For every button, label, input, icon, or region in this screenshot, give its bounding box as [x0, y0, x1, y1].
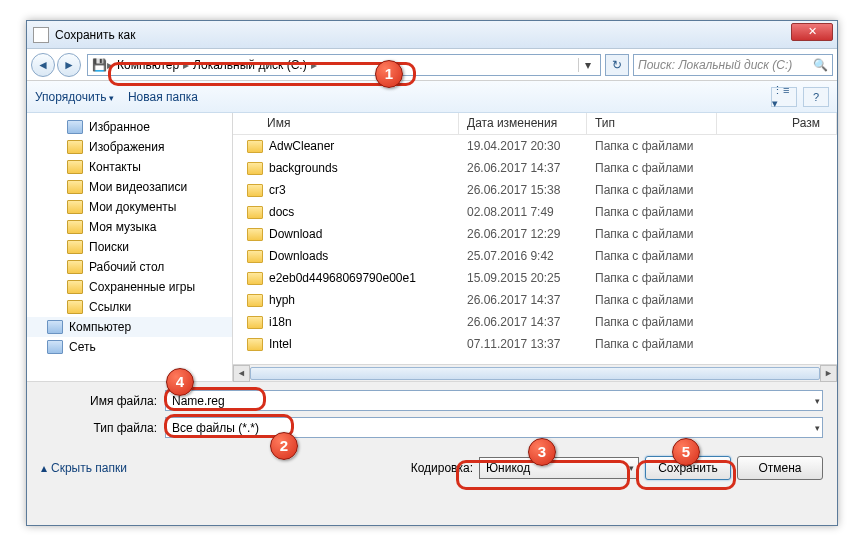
- folder-icon: [247, 162, 263, 175]
- folder-icon: [247, 294, 263, 307]
- special-icon: [67, 120, 83, 134]
- sidebar: ИзбранноеИзображенияКонтактыМои видеозап…: [27, 113, 233, 381]
- column-headers: Имя Дата изменения Тип Разм: [233, 113, 837, 135]
- new-folder-button[interactable]: Новая папка: [128, 90, 198, 104]
- encoding-select[interactable]: Юникод ▾: [479, 457, 639, 479]
- search-input[interactable]: Поиск: Локальный диск (C:) 🔍: [633, 54, 833, 76]
- sidebar-item[interactable]: Поиски: [27, 237, 232, 257]
- special-icon: [47, 340, 63, 354]
- forward-button[interactable]: ►: [57, 53, 81, 77]
- breadcrumb-computer[interactable]: Компьютер: [113, 58, 183, 72]
- table-row[interactable]: Download26.06.2017 12:29Папка с файлами: [233, 223, 837, 245]
- folder-icon: [247, 272, 263, 285]
- sidebar-item[interactable]: Сохраненные игры: [27, 277, 232, 297]
- table-row[interactable]: cr326.06.2017 15:38Папка с файлами: [233, 179, 837, 201]
- sidebar-item[interactable]: Избранное: [27, 117, 232, 137]
- folder-icon: [67, 300, 83, 314]
- organize-button[interactable]: Упорядочить: [35, 90, 114, 104]
- col-type[interactable]: Тип: [587, 113, 717, 134]
- filename-input[interactable]: Name.reg ▾: [165, 390, 823, 411]
- sidebar-item-label: Мои видеозаписи: [89, 180, 187, 194]
- file-name: Download: [269, 227, 322, 241]
- horizontal-scrollbar[interactable]: ◄ ►: [233, 364, 837, 381]
- folder-icon: [67, 200, 83, 214]
- titlebar[interactable]: Сохранить как ✕: [27, 21, 837, 49]
- table-row[interactable]: Intel07.11.2017 13:37Папка с файлами: [233, 333, 837, 355]
- file-date: 25.07.2016 9:42: [459, 249, 587, 263]
- col-size[interactable]: Разм: [717, 113, 837, 134]
- file-date: 15.09.2015 20:25: [459, 271, 587, 285]
- sidebar-item-label: Компьютер: [69, 320, 131, 334]
- sidebar-item[interactable]: Рабочий стол: [27, 257, 232, 277]
- file-type: Папка с файлами: [587, 139, 717, 153]
- search-placeholder: Поиск: Локальный диск (C:): [638, 58, 792, 72]
- file-type: Папка с файлами: [587, 161, 717, 175]
- back-button[interactable]: ◄: [31, 53, 55, 77]
- col-date[interactable]: Дата изменения: [459, 113, 587, 134]
- cancel-button[interactable]: Отмена: [737, 456, 823, 480]
- chevron-down-icon[interactable]: ▾: [815, 396, 820, 406]
- table-row[interactable]: i18n26.06.2017 14:37Папка с файлами: [233, 311, 837, 333]
- chevron-down-icon[interactable]: ▾: [815, 423, 820, 433]
- breadcrumb-drive[interactable]: Локальный диск (C:): [189, 58, 311, 72]
- help-button[interactable]: ?: [803, 87, 829, 107]
- filetype-select[interactable]: Все файлы (*.*) ▾: [165, 417, 823, 438]
- save-button[interactable]: Сохранить: [645, 456, 731, 480]
- file-date: 02.08.2011 7:49: [459, 205, 587, 219]
- file-date: 26.06.2017 15:38: [459, 183, 587, 197]
- address-dropdown-icon[interactable]: ▾: [578, 58, 596, 72]
- address-bar[interactable]: 💾 ▸ Компьютер ▸ Локальный диск (C:) ▸ ▾: [87, 54, 601, 76]
- navbar: ◄ ► 💾 ▸ Компьютер ▸ Локальный диск (C:) …: [27, 49, 837, 81]
- folder-icon: [247, 184, 263, 197]
- file-list[interactable]: AdwCleaner19.04.2017 20:30Папка с файлам…: [233, 135, 837, 364]
- folder-icon: [247, 140, 263, 153]
- hide-folders-link[interactable]: ▴ Скрыть папки: [41, 461, 127, 475]
- folder-icon: [247, 338, 263, 351]
- sidebar-item[interactable]: Изображения: [27, 137, 232, 157]
- sidebar-item-label: Ссылки: [89, 300, 131, 314]
- table-row[interactable]: Downloads25.07.2016 9:42Папка с файлами: [233, 245, 837, 267]
- table-row[interactable]: AdwCleaner19.04.2017 20:30Папка с файлам…: [233, 135, 837, 157]
- sidebar-item-label: Контакты: [89, 160, 141, 174]
- table-row[interactable]: hyph26.06.2017 14:37Папка с файлами: [233, 289, 837, 311]
- sidebar-item[interactable]: Сеть: [27, 337, 232, 357]
- file-type: Папка с файлами: [587, 271, 717, 285]
- folder-icon: [247, 316, 263, 329]
- folder-icon: [67, 180, 83, 194]
- table-row[interactable]: backgrounds26.06.2017 14:37Папка с файла…: [233, 157, 837, 179]
- file-date: 19.04.2017 20:30: [459, 139, 587, 153]
- close-button[interactable]: ✕: [791, 23, 833, 41]
- sidebar-item[interactable]: Компьютер: [27, 317, 232, 337]
- folder-icon: [67, 140, 83, 154]
- sidebar-item[interactable]: Мои документы: [27, 197, 232, 217]
- sidebar-item[interactable]: Ссылки: [27, 297, 232, 317]
- sidebar-item[interactable]: Моя музыка: [27, 217, 232, 237]
- filename-panel: Имя файла: Name.reg ▾ Тип файла: Все фай…: [27, 381, 837, 450]
- folder-icon: [67, 260, 83, 274]
- folder-icon: [67, 220, 83, 234]
- sidebar-item-label: Мои документы: [89, 200, 176, 214]
- app-icon: [33, 27, 49, 43]
- table-row[interactable]: e2eb0d44968069790e00e115.09.2015 20:25Па…: [233, 267, 837, 289]
- scroll-left-icon[interactable]: ◄: [233, 365, 250, 382]
- folder-icon: [247, 228, 263, 241]
- file-type: Папка с файлами: [587, 315, 717, 329]
- col-name[interactable]: Имя: [233, 113, 459, 134]
- view-button[interactable]: ⋮≡ ▾: [771, 87, 797, 107]
- filename-label: Имя файла:: [41, 394, 165, 408]
- scroll-thumb[interactable]: [250, 367, 820, 380]
- filetype-label: Тип файла:: [41, 421, 165, 435]
- save-as-dialog: Сохранить как ✕ ◄ ► 💾 ▸ Компьютер ▸ Лока…: [26, 20, 838, 526]
- sidebar-item-label: Сеть: [69, 340, 96, 354]
- table-row[interactable]: docs02.08.2011 7:49Папка с файлами: [233, 201, 837, 223]
- file-date: 26.06.2017 12:29: [459, 227, 587, 241]
- scroll-right-icon[interactable]: ►: [820, 365, 837, 382]
- sidebar-item[interactable]: Контакты: [27, 157, 232, 177]
- sidebar-item[interactable]: Мои видеозаписи: [27, 177, 232, 197]
- refresh-button[interactable]: ↻: [605, 54, 629, 76]
- chevron-down-icon[interactable]: ▾: [629, 463, 634, 473]
- file-type: Папка с файлами: [587, 337, 717, 351]
- folder-icon: [247, 250, 263, 263]
- file-name: AdwCleaner: [269, 139, 334, 153]
- file-type: Папка с файлами: [587, 249, 717, 263]
